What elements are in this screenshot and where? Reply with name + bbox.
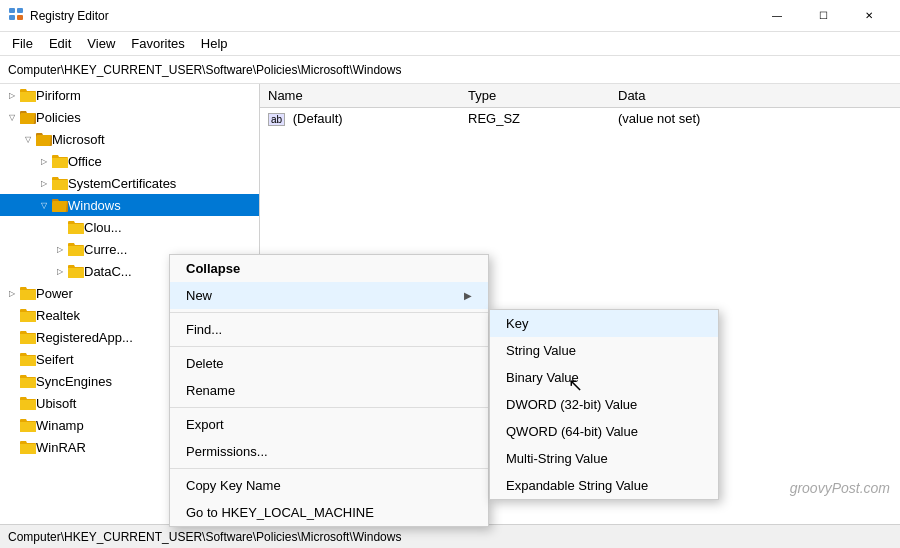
- arrow-icon: ▽: [4, 109, 20, 125]
- tree-label: Winamp: [36, 418, 84, 433]
- svg-rect-2: [9, 15, 15, 20]
- folder-icon: [20, 418, 36, 432]
- ctx-delete[interactable]: Delete: [170, 350, 488, 377]
- window-title: Registry Editor: [30, 9, 754, 23]
- tree-item-windows[interactable]: ▽ Windows: [0, 194, 259, 216]
- table-row[interactable]: ab (Default) REG_SZ (value not set): [260, 108, 900, 130]
- sub-multi-string[interactable]: Multi-String Value: [490, 445, 718, 472]
- arrow-icon: ▷: [4, 87, 20, 103]
- ctx-find[interactable]: Find...: [170, 316, 488, 343]
- sub-key[interactable]: Key: [490, 310, 718, 337]
- context-menu: Collapse New ▶ Find... Delete Rename Exp…: [169, 254, 489, 527]
- tree-label: Curre...: [84, 242, 127, 257]
- tree-label: Piriform: [36, 88, 81, 103]
- arrow-icon: ▷: [52, 263, 68, 279]
- menu-view[interactable]: View: [79, 32, 123, 56]
- ctx-export[interactable]: Export: [170, 411, 488, 438]
- folder-icon: [68, 242, 84, 256]
- title-bar: Registry Editor — ☐ ✕: [0, 0, 900, 32]
- watermark: groovyPost.com: [790, 480, 890, 496]
- ctx-collapse[interactable]: Collapse: [170, 255, 488, 282]
- menu-edit[interactable]: Edit: [41, 32, 79, 56]
- menu-help[interactable]: Help: [193, 32, 236, 56]
- maximize-button[interactable]: ☐: [800, 0, 846, 32]
- folder-open-icon: [20, 110, 36, 124]
- sub-binary-value[interactable]: Binary Value: [490, 364, 718, 391]
- tree-label: Policies: [36, 110, 81, 125]
- col-name: Name: [260, 84, 460, 108]
- tree-label: Seifert: [36, 352, 74, 367]
- menu-favorites[interactable]: Favorites: [123, 32, 192, 56]
- tree-item-microsoft[interactable]: ▽ Microsoft: [0, 128, 259, 150]
- app-icon: [8, 6, 24, 26]
- folder-icon: [20, 396, 36, 410]
- tree-label: Windows: [68, 198, 121, 213]
- folder-open-icon: [52, 198, 68, 212]
- status-bar: Computer\HKEY_CURRENT_USER\Software\Poli…: [0, 524, 900, 548]
- folder-icon: [68, 220, 84, 234]
- arrow-icon: ▷: [36, 175, 52, 191]
- ctx-divider-4: [170, 468, 488, 469]
- tree-label: Clou...: [84, 220, 122, 235]
- ctx-permissions[interactable]: Permissions...: [170, 438, 488, 465]
- folder-icon: [52, 176, 68, 190]
- ctx-copy-key[interactable]: Copy Key Name: [170, 472, 488, 499]
- folder-icon: [52, 154, 68, 168]
- ctx-divider-2: [170, 346, 488, 347]
- arrow-icon: ▷: [4, 285, 20, 301]
- tree-label: RegisteredApp...: [36, 330, 133, 345]
- col-data: Data: [610, 84, 900, 108]
- arrow-icon: ▷: [36, 153, 52, 169]
- ctx-divider-3: [170, 407, 488, 408]
- tree-label: DataC...: [84, 264, 132, 279]
- col-type: Type: [460, 84, 610, 108]
- tree-item-cloud[interactable]: ▷ Clou...: [0, 216, 259, 238]
- folder-icon: [20, 286, 36, 300]
- tree-label: WinRAR: [36, 440, 86, 455]
- row-type: REG_SZ: [460, 108, 610, 130]
- submenu: Key String Value Binary Value DWORD (32-…: [489, 309, 719, 500]
- sub-expandable-string[interactable]: Expandable String Value: [490, 472, 718, 499]
- tree-label: Office: [68, 154, 102, 169]
- ctx-goto-hklm[interactable]: Go to HKEY_LOCAL_MACHINE: [170, 499, 488, 526]
- menu-bar: File Edit View Favorites Help: [0, 32, 900, 56]
- window-controls: — ☐ ✕: [754, 0, 892, 32]
- tree-label: Realtek: [36, 308, 80, 323]
- ctx-rename[interactable]: Rename: [170, 377, 488, 404]
- svg-rect-3: [17, 15, 23, 20]
- sub-string-value[interactable]: String Value: [490, 337, 718, 364]
- folder-open-icon: [36, 132, 52, 146]
- arrow-icon: ▷: [52, 241, 68, 257]
- sub-dword-value[interactable]: DWORD (32-bit) Value: [490, 391, 718, 418]
- row-data: (value not set): [610, 108, 900, 130]
- folder-icon: [20, 308, 36, 322]
- folder-icon: [20, 352, 36, 366]
- tree-label: SystemCertificates: [68, 176, 176, 191]
- ab-icon: ab: [268, 113, 285, 126]
- tree-label: Power: [36, 286, 73, 301]
- registry-table: Name Type Data ab (Default) REG_SZ (valu…: [260, 84, 900, 129]
- sub-qword-value[interactable]: QWORD (64-bit) Value: [490, 418, 718, 445]
- folder-icon: [20, 374, 36, 388]
- folder-icon: [20, 88, 36, 102]
- menu-file[interactable]: File: [4, 32, 41, 56]
- close-button[interactable]: ✕: [846, 0, 892, 32]
- folder-icon: [68, 264, 84, 278]
- svg-rect-0: [9, 8, 15, 13]
- tree-item-office[interactable]: ▷ Office: [0, 150, 259, 172]
- main-area: ▷ Piriform ▽ Policies ▽ Microsoft ▷ Offi…: [0, 84, 900, 524]
- status-text: Computer\HKEY_CURRENT_USER\Software\Poli…: [8, 530, 401, 544]
- tree-item-piriform[interactable]: ▷ Piriform: [0, 84, 259, 106]
- tree-label: Microsoft: [52, 132, 105, 147]
- tree-item-policies[interactable]: ▽ Policies: [0, 106, 259, 128]
- tree-item-systemcerts[interactable]: ▷ SystemCertificates: [0, 172, 259, 194]
- ctx-new[interactable]: New ▶: [170, 282, 488, 309]
- arrow-icon: ▽: [36, 197, 52, 213]
- address-path: Computer\HKEY_CURRENT_USER\Software\Poli…: [8, 63, 401, 77]
- ctx-divider-1: [170, 312, 488, 313]
- svg-rect-1: [17, 8, 23, 13]
- folder-icon: [20, 440, 36, 454]
- minimize-button[interactable]: —: [754, 0, 800, 32]
- address-bar: Computer\HKEY_CURRENT_USER\Software\Poli…: [0, 56, 900, 84]
- tree-label: SyncEngines: [36, 374, 112, 389]
